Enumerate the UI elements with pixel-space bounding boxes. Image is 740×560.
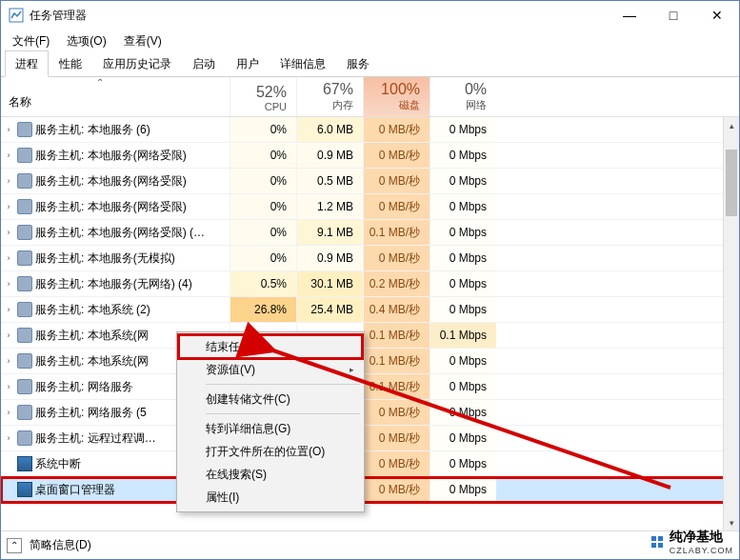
context-menu-item[interactable]: 在线搜索(S)	[179, 463, 362, 486]
status-bar: ⌃ 简略信息(D)	[1, 530, 739, 559]
cell-disk: 0.2 MB/秒	[363, 271, 430, 296]
cell-disk: 0 MB/秒	[363, 451, 430, 476]
menu-separator	[206, 413, 360, 414]
column-cpu[interactable]: 52% CPU	[230, 77, 296, 116]
minimize-button[interactable]: —	[608, 1, 651, 30]
tab-startup[interactable]: 启动	[182, 50, 226, 76]
expand-caret-icon[interactable]: ›	[3, 176, 14, 186]
process-icon	[17, 199, 32, 214]
process-row[interactable]: ›服务主机: 本地系统(网0.1 MB/秒0.1 Mbps	[1, 323, 739, 349]
process-row[interactable]: ›服务主机: 本地服务(网络受限)0%0.5 MB0 MB/秒0 Mbps	[1, 169, 739, 194]
cell-cpu: 26.8%	[230, 297, 296, 322]
cell-net: 0.1 Mbps	[430, 323, 496, 348]
column-headers: ⌃ 名称 52% CPU 67% 内存 100% 磁盘 0% 网络	[1, 77, 739, 117]
column-name[interactable]: ⌃ 名称	[1, 77, 230, 116]
context-menu-item[interactable]: 创建转储文件(C)	[179, 388, 362, 410]
context-menu-item[interactable]: 打开文件所在的位置(O)	[179, 440, 362, 463]
process-row[interactable]: ›服务主机: 本地服务(无模拟)0%0.9 MB0 MB/秒0 Mbps	[1, 246, 739, 271]
sort-caret-icon: ⌃	[96, 77, 104, 88]
cell-net: 0 Mbps	[430, 169, 496, 193]
close-button[interactable]: ✕	[695, 1, 739, 30]
column-network[interactable]: 0% 网络	[430, 77, 496, 116]
process-name-cell[interactable]: ›服务主机: 本地服务(无模拟)	[1, 250, 230, 267]
process-row[interactable]: 桌面窗口管理器0%10.7 MB0 MB/秒0 Mbps	[1, 477, 739, 503]
process-icon	[17, 482, 32, 497]
process-row[interactable]: ›服务主机: 网络服务 (50 MB/秒0 Mbps	[1, 400, 739, 426]
tab-users[interactable]: 用户	[226, 50, 270, 76]
app-icon	[9, 8, 24, 23]
menu-options[interactable]: 选项(O)	[59, 30, 113, 53]
tab-details[interactable]: 详细信息	[270, 50, 336, 76]
titlebar[interactable]: 任务管理器 — □ ✕	[1, 1, 739, 30]
process-row[interactable]: ›服务主机: 本地服务(无网络) (4)0.5%30.1 MB0.2 MB/秒0…	[1, 271, 739, 297]
disk-header-pct: 100%	[381, 81, 420, 98]
tab-performance[interactable]: 性能	[49, 50, 92, 76]
cell-cpu: 0%	[230, 194, 296, 219]
column-name-label: 名称	[9, 94, 31, 110]
context-menu-item[interactable]: 资源值(V)▸	[179, 358, 362, 381]
process-name-label: 服务主机: 本地系统(网	[35, 328, 149, 344]
process-row[interactable]: ›服务主机: 本地系统 (2)26.8%25.4 MB0.4 MB/秒0 Mbp…	[1, 297, 739, 323]
net-header-label: 网络	[466, 98, 487, 112]
process-row[interactable]: ›服务主机: 本地服务 (6)0%6.0 MB0 MB/秒0 Mbps	[1, 117, 739, 143]
scrollbar-thumb[interactable]	[726, 150, 737, 216]
expand-caret-icon[interactable]: ›	[3, 150, 14, 160]
cell-disk: 0.1 MB/秒	[363, 220, 430, 245]
process-row[interactable]: ›服务主机: 本地系统(网0.1 MB/秒0 Mbps	[1, 349, 739, 374]
process-name-cell[interactable]: ›服务主机: 本地服务(网络受限)	[1, 199, 230, 215]
column-memory[interactable]: 67% 内存	[296, 77, 363, 116]
menu-file[interactable]: 文件(F)	[5, 30, 57, 53]
expand-caret-icon[interactable]: ›	[3, 279, 14, 289]
context-menu-item[interactable]: 属性(I)	[179, 486, 362, 509]
process-name-cell[interactable]: ›服务主机: 本地系统 (2)	[1, 302, 230, 318]
process-row[interactable]: 系统中断0 MB/秒0 Mbps	[1, 451, 739, 477]
process-name-cell[interactable]: ›服务主机: 本地服务(网络受限)	[1, 173, 230, 190]
brief-info-link[interactable]: 简略信息(D)	[30, 537, 91, 553]
vertical-scrollbar[interactable]: ▴ ▾	[723, 117, 739, 530]
expand-caret-icon[interactable]: ›	[3, 433, 14, 443]
expand-caret-icon[interactable]: ⌃	[7, 538, 22, 553]
expand-caret-icon[interactable]: ›	[3, 330, 14, 340]
context-menu-item[interactable]: 结束任务(E)	[179, 335, 362, 358]
expand-caret-icon[interactable]: ›	[3, 305, 14, 314]
process-icon	[17, 405, 32, 420]
menu-view[interactable]: 查看(V)	[116, 30, 170, 53]
cell-disk: 0 MB/秒	[363, 426, 430, 450]
process-name-cell[interactable]: ›服务主机: 本地服务(无网络) (4)	[1, 276, 230, 292]
expand-caret-icon[interactable]: ›	[3, 228, 14, 237]
context-menu-item[interactable]: 转到详细信息(G)	[179, 417, 362, 440]
tab-app-history[interactable]: 应用历史记录	[92, 50, 182, 76]
process-row[interactable]: ›服务主机: 本地服务(网络受限) (…0%9.1 MB0.1 MB/秒0 Mb…	[1, 220, 739, 246]
cell-disk: 0.1 MB/秒	[363, 323, 430, 348]
cell-cpu: 0%	[230, 143, 296, 168]
expand-caret-icon[interactable]: ›	[3, 356, 14, 366]
expand-caret-icon[interactable]: ›	[3, 125, 14, 134]
process-row[interactable]: ›服务主机: 本地服务(网络受限)0%1.2 MB0 MB/秒0 Mbps	[1, 194, 739, 220]
process-name-cell[interactable]: ›服务主机: 本地服务(网络受限)	[1, 148, 230, 164]
process-name-label: 桌面窗口管理器	[35, 482, 115, 498]
scroll-up-icon[interactable]: ▴	[724, 117, 739, 133]
process-row[interactable]: ›服务主机: 远程过程调…0 MB/秒0 Mbps	[1, 426, 739, 451]
cell-net: 0 Mbps	[430, 426, 496, 450]
expand-caret-icon[interactable]: ›	[3, 382, 14, 391]
tab-services[interactable]: 服务	[336, 50, 380, 76]
expand-caret-icon[interactable]: ›	[3, 202, 14, 211]
cell-net: 0 Mbps	[430, 451, 496, 476]
process-name-cell[interactable]: ›服务主机: 本地服务 (6)	[1, 122, 230, 138]
expand-caret-icon[interactable]: ›	[3, 253, 14, 263]
process-icon	[17, 173, 32, 189]
process-row[interactable]: ›服务主机: 网络服务0.1 MB/秒0 Mbps	[1, 374, 739, 400]
cell-cpu: 0.5%	[230, 271, 296, 296]
process-icon	[17, 328, 32, 343]
mem-header-pct: 67%	[323, 81, 353, 98]
cell-cpu: 0%	[230, 169, 296, 193]
maximize-button[interactable]: □	[651, 1, 695, 30]
process-icon	[17, 148, 32, 163]
cell-net: 0 Mbps	[430, 477, 496, 502]
process-row[interactable]: ›服务主机: 本地服务(网络受限)0%0.9 MB0 MB/秒0 Mbps	[1, 143, 739, 169]
expand-caret-icon[interactable]: ›	[3, 408, 14, 417]
column-disk[interactable]: 100% 磁盘	[363, 77, 430, 116]
process-name-cell[interactable]: ›服务主机: 本地服务(网络受限) (…	[1, 225, 230, 241]
tab-processes[interactable]: 进程	[5, 50, 49, 77]
process-icon	[17, 122, 32, 137]
